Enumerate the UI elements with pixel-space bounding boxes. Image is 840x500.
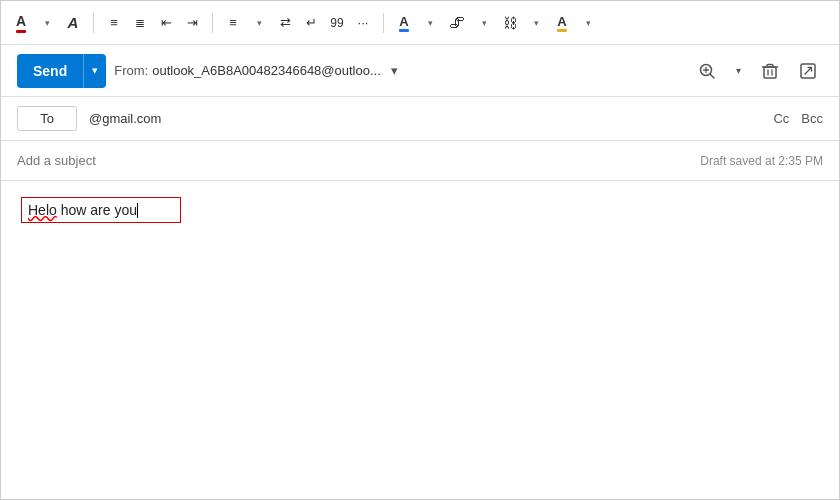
- send-button[interactable]: Send: [17, 54, 84, 88]
- spell-check-word: Helo: [28, 202, 57, 218]
- toolbar-sep-2: [212, 13, 213, 33]
- font-style-icon: A: [68, 14, 79, 31]
- bullets-icon: ≡: [110, 15, 118, 30]
- paperclip-dropdown-button[interactable]: ▾: [472, 9, 496, 37]
- outdent-button[interactable]: ⇤: [154, 9, 178, 37]
- align-button[interactable]: ≡: [221, 9, 245, 37]
- outdent-icon: ⇤: [161, 15, 172, 30]
- numbered-list-button[interactable]: ≣: [128, 9, 152, 37]
- to-button[interactable]: To: [17, 106, 77, 131]
- subject-row: Draft saved at 2:35 PM: [1, 141, 839, 181]
- subject-input[interactable]: [17, 153, 700, 168]
- pen-dropdown-button[interactable]: ▾: [576, 9, 600, 37]
- popout-button[interactable]: [793, 58, 823, 84]
- font-color-button[interactable]: A: [9, 9, 33, 37]
- more-icon: ···: [358, 15, 369, 30]
- send-button-group: Send ▾: [17, 54, 106, 88]
- bullets-button[interactable]: ≡: [102, 9, 126, 37]
- formatting-toolbar: A ▾ A ≡ ≣ ⇤ ⇥ ≡ ▾ ⇄ ↵: [1, 1, 839, 45]
- dropdown-arrow-icon: ▾: [45, 18, 50, 28]
- quote-button[interactable]: 99: [325, 9, 349, 37]
- numbered-list-icon: ≣: [135, 16, 145, 30]
- from-field: From: outlook_A6B8A00482346648@outloo...…: [114, 59, 684, 82]
- toolbar-group-list: ≡ ≣ ⇤ ⇥: [102, 9, 204, 37]
- pen-dropdown-icon: ▾: [586, 18, 591, 28]
- toolbar-group-insert: A ▾ 🖇 ▾ ⛓ ▾ A ▾: [392, 9, 600, 37]
- indent-button[interactable]: ⇥: [180, 9, 204, 37]
- more-button[interactable]: ···: [351, 9, 375, 37]
- cc-button[interactable]: Cc: [773, 111, 789, 126]
- toolbar-sep-1: [93, 13, 94, 33]
- to-input[interactable]: [77, 111, 773, 126]
- toolbar-sep-3: [383, 13, 384, 33]
- to-row: To Cc Bcc: [1, 97, 839, 141]
- highlight-dropdown-button[interactable]: ▾: [418, 9, 442, 37]
- link-dropdown-icon: ▾: [534, 18, 539, 28]
- highlight-dropdown-icon: ▾: [428, 18, 433, 28]
- from-email: outlook_A6B8A00482346648@outloo...: [152, 63, 381, 78]
- paperclip-dropdown-icon: ▾: [482, 18, 487, 28]
- pen-button[interactable]: A: [550, 9, 574, 37]
- delete-icon: [761, 62, 779, 80]
- zoom-icon: [698, 62, 716, 80]
- draft-saved-status: Draft saved at 2:35 PM: [700, 154, 823, 168]
- align-dropdown-icon: ▾: [257, 18, 262, 28]
- body-text-selection: Helo how are you: [21, 197, 181, 223]
- link-dropdown-button[interactable]: ▾: [524, 9, 548, 37]
- from-label: From:: [114, 63, 148, 78]
- popout-icon: [799, 62, 817, 80]
- svg-line-9: [805, 68, 811, 74]
- send-dropdown-button[interactable]: ▾: [84, 54, 106, 88]
- link-icon: ⛓: [503, 15, 517, 31]
- indent2-icon: ↵: [306, 15, 317, 30]
- bcc-button[interactable]: Bcc: [801, 111, 823, 126]
- highlight-icon: A: [399, 14, 408, 32]
- delete-button[interactable]: [755, 58, 785, 84]
- indent-icon: ⇥: [187, 15, 198, 30]
- paperclip-icon: 🖇: [449, 14, 465, 32]
- align-icon: ≡: [229, 15, 237, 30]
- font-style-button[interactable]: A: [61, 9, 85, 37]
- font-color-a-icon: A: [16, 13, 26, 33]
- zoom-button[interactable]: [692, 58, 722, 84]
- email-action-bar: Send ▾ From: outlook_A6B8A00482346648@ou…: [1, 45, 839, 97]
- from-chevron-icon: ▾: [391, 63, 398, 78]
- text-cursor: [137, 203, 138, 218]
- svg-line-1: [711, 74, 715, 78]
- toolbar-group-align: ≡ ▾ ⇄ ↵ 99 ···: [221, 9, 375, 37]
- indent2-button[interactable]: ↵: [299, 9, 323, 37]
- paperclip-button[interactable]: 🖇: [444, 9, 470, 37]
- cc-bcc-group: Cc Bcc: [773, 111, 823, 126]
- pen-icon: A: [557, 14, 566, 32]
- quote-icon: 99: [330, 16, 343, 30]
- align-dropdown-button[interactable]: ▾: [247, 9, 271, 37]
- zoom-dropdown-button[interactable]: ▾: [730, 61, 747, 80]
- compose-body[interactable]: Helo how are you: [1, 181, 839, 239]
- from-dropdown-button[interactable]: ▾: [385, 59, 404, 82]
- toolbar-group-font: A ▾ A: [9, 9, 85, 37]
- body-text: Helo how are you: [28, 202, 138, 218]
- text-dir-icon: ⇄: [280, 15, 291, 30]
- link-button[interactable]: ⛓: [498, 9, 522, 37]
- body-rest-text: how are you: [57, 202, 137, 218]
- text-dir-button[interactable]: ⇄: [273, 9, 297, 37]
- highlight-button[interactable]: A: [392, 9, 416, 37]
- zoom-chevron-icon: ▾: [736, 65, 741, 76]
- font-dropdown-button[interactable]: ▾: [35, 9, 59, 37]
- svg-rect-4: [764, 67, 776, 78]
